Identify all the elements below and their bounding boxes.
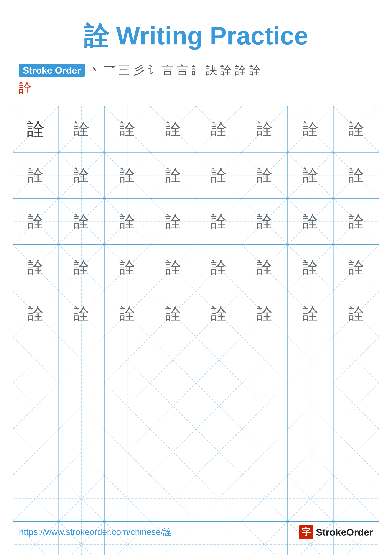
practice-char: 詮 — [119, 118, 135, 140]
grid-cell[interactable]: 詮 — [288, 106, 334, 152]
grid-cell[interactable]: 詮 — [196, 198, 242, 244]
grid-cell[interactable]: 詮 — [288, 198, 334, 244]
grid-cell[interactable]: 詮 — [288, 291, 334, 337]
practice-char: 詮 — [119, 257, 135, 278]
grid-cell[interactable]: 詮 — [288, 245, 334, 291]
grid-cell[interactable] — [196, 383, 242, 429]
grid-cell[interactable]: 詮 — [105, 245, 150, 291]
grid-cell[interactable] — [150, 429, 196, 475]
grid-cell[interactable]: 詮 — [105, 291, 150, 337]
grid-cell[interactable] — [59, 383, 105, 429]
grid-cell[interactable]: 詮 — [59, 245, 105, 291]
grid-cell[interactable]: 詮 — [334, 291, 379, 337]
grid-cell[interactable]: 詮 — [59, 291, 105, 337]
grid-cell[interactable]: 詮 — [13, 106, 59, 152]
grid-cell[interactable] — [288, 475, 334, 521]
title-text: Writing Practice — [109, 22, 308, 50]
grid-cell[interactable] — [105, 383, 150, 429]
grid-cell[interactable]: 詮 — [13, 291, 59, 337]
grid-cell[interactable] — [13, 383, 59, 429]
grid-cell[interactable]: 詮 — [196, 153, 242, 198]
grid-cell[interactable]: 詮 — [334, 153, 379, 198]
stroke-order-section: Stroke Order 丶 乛 三 彡 讠 言 言 訁 訣 詮 詮 詮 詮 — [0, 63, 392, 96]
grid-cell[interactable]: 詮 — [242, 198, 288, 244]
footer-logo: 字 StrokeOrder — [299, 525, 373, 539]
grid-cell[interactable] — [59, 337, 105, 383]
grid-cell[interactable]: 詮 — [105, 153, 150, 198]
grid-cell[interactable] — [242, 429, 288, 475]
grid-cell[interactable] — [150, 383, 196, 429]
grid-cell[interactable]: 詮 — [334, 245, 379, 291]
practice-char: 詮 — [73, 165, 89, 186]
grid-cell[interactable]: 詮 — [105, 106, 150, 152]
grid-cell[interactable]: 詮 — [242, 106, 288, 152]
grid-cell[interactable]: 詮 — [150, 291, 196, 337]
grid-cell[interactable] — [334, 475, 379, 521]
grid-cell[interactable]: 詮 — [242, 291, 288, 337]
practice-char: 詮 — [211, 257, 227, 278]
grid-cell[interactable]: 詮 — [13, 198, 59, 244]
grid-cell[interactable]: 詮 — [150, 106, 196, 152]
grid-cell[interactable] — [196, 429, 242, 475]
practice-char: 詮 — [28, 165, 44, 186]
grid-cell[interactable] — [13, 337, 59, 383]
stroke-step-2: 乛 — [104, 63, 115, 78]
grid-cell[interactable] — [105, 429, 150, 475]
stroke-step-4: 彡 — [133, 63, 144, 78]
grid-cell[interactable] — [242, 383, 288, 429]
footer-logo-icon: 字 — [299, 525, 313, 539]
grid-cell[interactable]: 詮 — [59, 106, 105, 152]
grid-cell[interactable] — [59, 429, 105, 475]
grid-row: 詮 詮 詮 詮 詮 詮 詮 詮 — [13, 198, 379, 245]
footer-url[interactable]: https://www.strokeorder.com/chinese/詮 — [19, 526, 172, 538]
grid-cell[interactable] — [196, 337, 242, 383]
practice-char: 詮 — [28, 257, 44, 278]
practice-char: 詮 — [303, 303, 319, 324]
practice-char: 詮 — [119, 303, 135, 324]
practice-char: 詮 — [73, 211, 89, 232]
grid-cell[interactable] — [288, 383, 334, 429]
practice-char: 詮 — [211, 303, 227, 324]
grid-cell[interactable] — [13, 475, 59, 521]
stroke-step-11: 詮 — [235, 63, 246, 78]
grid-cell[interactable]: 詮 — [59, 198, 105, 244]
grid-cell[interactable]: 詮 — [196, 291, 242, 337]
grid-cell[interactable]: 詮 — [150, 198, 196, 244]
grid-cell[interactable]: 詮 — [150, 245, 196, 291]
practice-char: 詮 — [303, 211, 319, 232]
stroke-step-7: 言 — [177, 63, 188, 78]
grid-cell[interactable]: 詮 — [105, 198, 150, 244]
grid-cell[interactable] — [334, 383, 379, 429]
grid-cell[interactable]: 詮 — [334, 198, 379, 244]
grid-cell[interactable]: 詮 — [334, 106, 379, 152]
grid-cell[interactable] — [242, 475, 288, 521]
practice-char: 詮 — [348, 303, 364, 324]
grid-cell[interactable]: 詮 — [13, 245, 59, 291]
grid-cell[interactable]: 詮 — [242, 245, 288, 291]
grid-cell[interactable] — [105, 337, 150, 383]
grid-cell[interactable]: 詮 — [242, 153, 288, 198]
grid-cell[interactable]: 詮 — [59, 153, 105, 198]
practice-char: 詮 — [257, 118, 273, 140]
grid-cell[interactable] — [334, 337, 379, 383]
grid-cell[interactable] — [59, 475, 105, 521]
grid-cell[interactable] — [242, 337, 288, 383]
grid-cell[interactable] — [150, 475, 196, 521]
grid-cell[interactable]: 詮 — [13, 153, 59, 198]
grid-cell[interactable] — [334, 429, 379, 475]
grid-cell[interactable]: 詮 — [196, 106, 242, 152]
grid-cell[interactable] — [288, 337, 334, 383]
grid-cell[interactable]: 詮 — [150, 153, 196, 198]
grid-cell[interactable] — [196, 475, 242, 521]
grid-cell[interactable] — [150, 337, 196, 383]
grid-cell[interactable] — [13, 429, 59, 475]
grid-cell[interactable]: 詮 — [288, 153, 334, 198]
stroke-step-9: 訣 — [206, 63, 217, 78]
grid-cell[interactable] — [288, 429, 334, 475]
grid-cell[interactable]: 詮 — [196, 245, 242, 291]
practice-char: 詮 — [257, 211, 273, 232]
stroke-step-8: 訁 — [191, 63, 203, 78]
practice-char: 詮 — [73, 118, 89, 140]
grid-cell[interactable] — [105, 475, 150, 521]
stroke-final-char: 詮 — [19, 81, 32, 95]
